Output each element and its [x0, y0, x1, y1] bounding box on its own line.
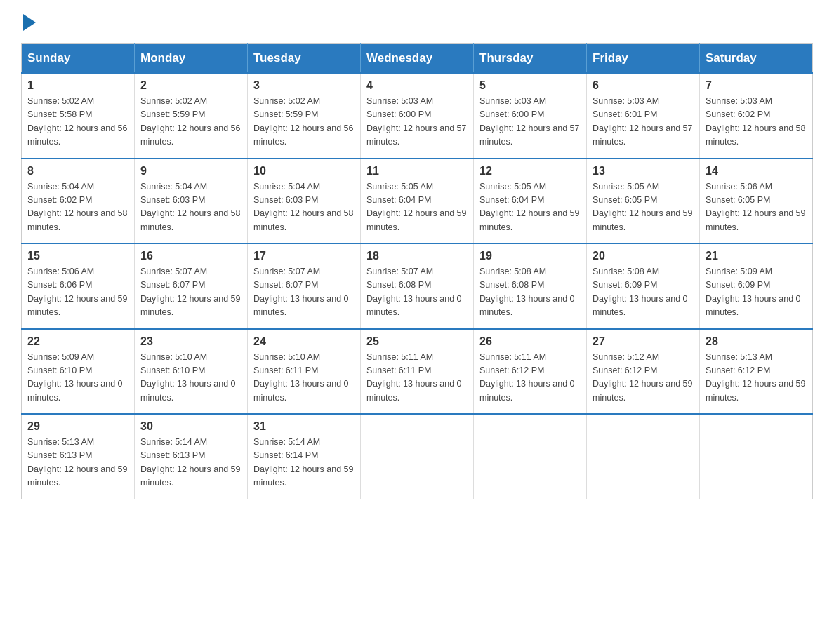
calendar-cell: 20 Sunrise: 5:08 AMSunset: 6:09 PMDaylig…: [587, 243, 700, 329]
day-number: 7: [706, 79, 807, 92]
calendar-header-monday: Monday: [135, 44, 248, 74]
day-number: 26: [479, 335, 581, 348]
day-number: 22: [27, 335, 128, 348]
calendar-cell: 5 Sunrise: 5:03 AMSunset: 6:00 PMDayligh…: [474, 73, 587, 159]
calendar-cell: 31 Sunrise: 5:14 AMSunset: 6:14 PMDaylig…: [248, 414, 361, 499]
calendar-cell: [587, 414, 700, 499]
day-info: Sunrise: 5:03 AMSunset: 6:00 PMDaylight:…: [479, 95, 581, 149]
day-number: 10: [253, 165, 355, 177]
day-number: 21: [706, 250, 807, 262]
calendar-cell: 15 Sunrise: 5:06 AMSunset: 6:06 PMDaylig…: [22, 243, 135, 329]
day-info: Sunrise: 5:02 AMSunset: 5:59 PMDaylight:…: [253, 95, 355, 149]
calendar-cell: 18 Sunrise: 5:07 AMSunset: 6:08 PMDaylig…: [361, 243, 474, 329]
day-number: 15: [27, 250, 128, 262]
day-number: 27: [593, 335, 694, 348]
calendar-cell: 25 Sunrise: 5:11 AMSunset: 6:11 PMDaylig…: [361, 329, 474, 415]
calendar-cell: 10 Sunrise: 5:04 AMSunset: 6:03 PMDaylig…: [248, 159, 361, 244]
day-info: Sunrise: 5:04 AMSunset: 6:03 PMDaylight:…: [140, 180, 241, 235]
day-info: Sunrise: 5:03 AMSunset: 6:01 PMDaylight:…: [593, 95, 694, 149]
day-info: Sunrise: 5:04 AMSunset: 6:02 PMDaylight:…: [27, 180, 128, 235]
day-number: 9: [140, 165, 241, 177]
calendar-cell: 12 Sunrise: 5:05 AMSunset: 6:04 PMDaylig…: [474, 159, 587, 244]
day-info: Sunrise: 5:06 AMSunset: 6:05 PMDaylight:…: [706, 180, 807, 235]
day-info: Sunrise: 5:07 AMSunset: 6:08 PMDaylight:…: [366, 265, 468, 320]
day-number: 25: [366, 335, 468, 348]
day-info: Sunrise: 5:09 AMSunset: 6:09 PMDaylight:…: [706, 265, 807, 320]
day-info: Sunrise: 5:11 AMSunset: 6:12 PMDaylight:…: [479, 351, 581, 405]
calendar-cell: 7 Sunrise: 5:03 AMSunset: 6:02 PMDayligh…: [700, 73, 813, 159]
calendar-cell: 9 Sunrise: 5:04 AMSunset: 6:03 PMDayligh…: [135, 159, 248, 244]
day-info: Sunrise: 5:14 AMSunset: 6:13 PMDaylight:…: [140, 436, 241, 490]
calendar-cell: 13 Sunrise: 5:05 AMSunset: 6:05 PMDaylig…: [587, 159, 700, 244]
day-info: Sunrise: 5:04 AMSunset: 6:03 PMDaylight:…: [253, 180, 355, 235]
day-info: Sunrise: 5:10 AMSunset: 6:11 PMDaylight:…: [253, 351, 355, 405]
calendar-cell: 21 Sunrise: 5:09 AMSunset: 6:09 PMDaylig…: [700, 243, 813, 329]
calendar-cell: 6 Sunrise: 5:03 AMSunset: 6:01 PMDayligh…: [587, 73, 700, 159]
calendar-cell: [361, 414, 474, 499]
day-info: Sunrise: 5:03 AMSunset: 6:02 PMDaylight:…: [706, 95, 807, 149]
day-number: 17: [253, 250, 355, 262]
calendar-header-thursday: Thursday: [474, 44, 587, 74]
calendar-cell: 4 Sunrise: 5:03 AMSunset: 6:00 PMDayligh…: [361, 73, 474, 159]
day-number: 2: [140, 79, 241, 92]
calendar-week-row: 29 Sunrise: 5:13 AMSunset: 6:13 PMDaylig…: [22, 414, 813, 499]
calendar-cell: 22 Sunrise: 5:09 AMSunset: 6:10 PMDaylig…: [22, 329, 135, 415]
calendar-cell: 11 Sunrise: 5:05 AMSunset: 6:04 PMDaylig…: [361, 159, 474, 244]
day-number: 12: [479, 165, 581, 177]
day-info: Sunrise: 5:05 AMSunset: 6:04 PMDaylight:…: [366, 180, 468, 235]
calendar-cell: 16 Sunrise: 5:07 AMSunset: 6:07 PMDaylig…: [135, 243, 248, 329]
calendar-cell: [474, 414, 587, 499]
calendar-cell: 14 Sunrise: 5:06 AMSunset: 6:05 PMDaylig…: [700, 159, 813, 244]
day-info: Sunrise: 5:03 AMSunset: 6:00 PMDaylight:…: [366, 95, 468, 149]
day-info: Sunrise: 5:02 AMSunset: 5:58 PMDaylight:…: [27, 95, 128, 149]
calendar-cell: 3 Sunrise: 5:02 AMSunset: 5:59 PMDayligh…: [248, 73, 361, 159]
day-number: 5: [479, 79, 581, 92]
calendar-cell: 30 Sunrise: 5:14 AMSunset: 6:13 PMDaylig…: [135, 414, 248, 499]
day-number: 31: [253, 420, 355, 433]
calendar-header-friday: Friday: [587, 44, 700, 74]
calendar-header-tuesday: Tuesday: [248, 44, 361, 74]
day-info: Sunrise: 5:11 AMSunset: 6:11 PMDaylight:…: [366, 351, 468, 405]
day-info: Sunrise: 5:06 AMSunset: 6:06 PMDaylight:…: [27, 265, 128, 320]
day-info: Sunrise: 5:09 AMSunset: 6:10 PMDaylight:…: [27, 351, 128, 405]
day-info: Sunrise: 5:14 AMSunset: 6:14 PMDaylight:…: [253, 436, 355, 490]
day-number: 28: [706, 335, 807, 348]
calendar-cell: 17 Sunrise: 5:07 AMSunset: 6:07 PMDaylig…: [248, 243, 361, 329]
calendar-cell: 8 Sunrise: 5:04 AMSunset: 6:02 PMDayligh…: [22, 159, 135, 244]
calendar-cell: 23 Sunrise: 5:10 AMSunset: 6:10 PMDaylig…: [135, 329, 248, 415]
day-number: 24: [253, 335, 355, 348]
day-number: 18: [366, 250, 468, 262]
day-info: Sunrise: 5:08 AMSunset: 6:09 PMDaylight:…: [593, 265, 694, 320]
calendar-table: SundayMondayTuesdayWednesdayThursdayFrid…: [21, 43, 813, 499]
calendar-header-wednesday: Wednesday: [361, 44, 474, 74]
day-number: 30: [140, 420, 241, 433]
day-info: Sunrise: 5:13 AMSunset: 6:13 PMDaylight:…: [27, 436, 128, 490]
day-info: Sunrise: 5:07 AMSunset: 6:07 PMDaylight:…: [140, 265, 241, 320]
page-header: [21, 14, 813, 29]
calendar-week-row: 15 Sunrise: 5:06 AMSunset: 6:06 PMDaylig…: [22, 243, 813, 329]
logo-arrow-icon: [23, 14, 36, 31]
calendar-header-saturday: Saturday: [700, 44, 813, 74]
day-number: 19: [479, 250, 581, 262]
calendar-week-row: 22 Sunrise: 5:09 AMSunset: 6:10 PMDaylig…: [22, 329, 813, 415]
day-number: 8: [27, 165, 128, 177]
calendar-cell: 19 Sunrise: 5:08 AMSunset: 6:08 PMDaylig…: [474, 243, 587, 329]
calendar-cell: 28 Sunrise: 5:13 AMSunset: 6:12 PMDaylig…: [700, 329, 813, 415]
day-number: 6: [593, 79, 694, 92]
day-number: 1: [27, 79, 128, 92]
calendar-cell: 26 Sunrise: 5:11 AMSunset: 6:12 PMDaylig…: [474, 329, 587, 415]
calendar-cell: 1 Sunrise: 5:02 AMSunset: 5:58 PMDayligh…: [22, 73, 135, 159]
day-info: Sunrise: 5:05 AMSunset: 6:05 PMDaylight:…: [593, 180, 694, 235]
day-number: 11: [366, 165, 468, 177]
day-info: Sunrise: 5:08 AMSunset: 6:08 PMDaylight:…: [479, 265, 581, 320]
calendar-week-row: 1 Sunrise: 5:02 AMSunset: 5:58 PMDayligh…: [22, 73, 813, 159]
day-info: Sunrise: 5:13 AMSunset: 6:12 PMDaylight:…: [706, 351, 807, 405]
day-number: 23: [140, 335, 241, 348]
calendar-cell: 24 Sunrise: 5:10 AMSunset: 6:11 PMDaylig…: [248, 329, 361, 415]
calendar-cell: 2 Sunrise: 5:02 AMSunset: 5:59 PMDayligh…: [135, 73, 248, 159]
day-number: 29: [27, 420, 128, 433]
day-number: 14: [706, 165, 807, 177]
day-number: 4: [366, 79, 468, 92]
calendar-cell: 27 Sunrise: 5:12 AMSunset: 6:12 PMDaylig…: [587, 329, 700, 415]
calendar-week-row: 8 Sunrise: 5:04 AMSunset: 6:02 PMDayligh…: [22, 159, 813, 244]
